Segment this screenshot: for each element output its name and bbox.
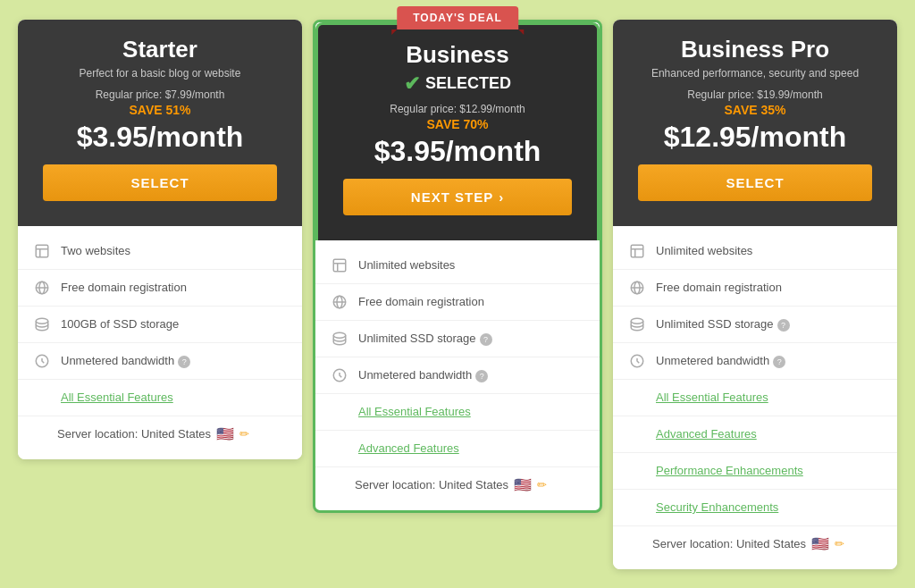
help-icon[interactable]: ? bbox=[480, 333, 492, 346]
help-icon[interactable]: ? bbox=[777, 319, 790, 332]
flag-icon: 🇺🇸 bbox=[514, 476, 532, 493]
server-icon bbox=[32, 424, 52, 444]
feature-link[interactable]: Advanced Features bbox=[358, 441, 459, 455]
link-bullet-icon bbox=[627, 461, 647, 481]
feature-text: 100GB of SSD storage bbox=[61, 317, 179, 331]
bandwidth-icon bbox=[330, 365, 349, 385]
plan-header: Starter Perfect for a basic blog or webs… bbox=[18, 20, 302, 226]
feature-text: Free domain registration bbox=[358, 295, 484, 308]
feature-text: Unlimited websites bbox=[656, 244, 752, 257]
svg-rect-16 bbox=[631, 245, 643, 257]
flag-icon: 🇺🇸 bbox=[811, 535, 829, 552]
plan-price: $12.95/month bbox=[664, 121, 847, 154]
plan-features: Unlimited websites Free domain registrat… bbox=[315, 240, 600, 510]
server-location-text: Server location: United States bbox=[57, 427, 211, 441]
svg-point-6 bbox=[36, 318, 48, 323]
feature-link-item: Performance Enhancements bbox=[613, 453, 897, 490]
feature-item: 100GB of SSD storage bbox=[18, 307, 302, 343]
feature-link[interactable]: All Essential Features bbox=[61, 391, 173, 404]
plan-subtitle: Enhanced performance, security and speed bbox=[651, 67, 859, 80]
feature-item: Unmetered bandwidth? bbox=[18, 343, 302, 380]
domain-icon bbox=[32, 278, 52, 298]
server-icon bbox=[330, 475, 349, 495]
feature-item: Free domain registration bbox=[613, 270, 897, 307]
storage-icon bbox=[627, 315, 647, 334]
server-location: Server location: United States 🇺🇸 ✏ bbox=[613, 526, 897, 562]
plan-select-button[interactable]: NEXT STEP› bbox=[343, 179, 572, 215]
plan-price: $3.95/month bbox=[77, 121, 244, 154]
pages-icon bbox=[330, 256, 349, 275]
plan-select-button[interactable]: SELECT bbox=[638, 164, 872, 201]
save-text: SAVE 35% bbox=[725, 103, 786, 117]
edit-icon[interactable]: ✏ bbox=[537, 478, 547, 491]
help-icon[interactable]: ? bbox=[178, 356, 190, 368]
feature-text: Unmetered bandwidth? bbox=[358, 368, 488, 382]
feature-link[interactable]: All Essential Features bbox=[656, 391, 768, 404]
domain-icon bbox=[330, 292, 349, 312]
save-text: SAVE 51% bbox=[130, 103, 191, 117]
plan-features: Unlimited websites Free domain registrat… bbox=[613, 226, 897, 569]
help-icon[interactable]: ? bbox=[475, 370, 488, 382]
link-bullet-icon bbox=[330, 402, 349, 422]
feature-item: Unlimited websites bbox=[315, 248, 600, 284]
feature-item: Unmetered bandwidth? bbox=[315, 357, 600, 394]
feature-text: Two websites bbox=[61, 244, 130, 257]
feature-item: Free domain registration bbox=[315, 284, 600, 321]
server-location: Server location: United States 🇺🇸 ✏ bbox=[315, 467, 600, 503]
bandwidth-icon bbox=[32, 351, 52, 371]
regular-price: Regular price: $7.99/month bbox=[96, 88, 225, 101]
feature-link[interactable]: All Essential Features bbox=[358, 405, 471, 418]
feature-text: Unlimited SSD storage? bbox=[358, 332, 492, 346]
feature-link[interactable]: Security Enhancements bbox=[656, 500, 778, 514]
svg-point-14 bbox=[333, 332, 346, 338]
feature-text: Unmetered bandwidth? bbox=[61, 354, 190, 368]
feature-item: Free domain registration bbox=[18, 270, 302, 307]
save-text: SAVE 70% bbox=[427, 117, 489, 131]
feature-link-item: Advanced Features bbox=[613, 416, 897, 453]
server-location-text: Server location: United States bbox=[355, 478, 508, 491]
feature-text: Free domain registration bbox=[61, 281, 187, 294]
plan-price: $3.95/month bbox=[374, 135, 541, 168]
link-bullet-icon bbox=[32, 388, 52, 407]
selected-badge: ✔ SELECTED bbox=[404, 72, 511, 96]
flag-icon: 🇺🇸 bbox=[216, 425, 234, 442]
feature-link-item: Advanced Features bbox=[315, 431, 600, 467]
link-bullet-icon bbox=[627, 388, 647, 407]
plan-select-button[interactable]: SELECT bbox=[43, 164, 277, 201]
plan-card-business: TODAY'S DEAL Business ✔ SELECTED Regular… bbox=[313, 20, 602, 513]
feature-item: Unlimited SSD storage? bbox=[315, 321, 600, 357]
plan-name: Starter bbox=[122, 36, 197, 63]
plan-features: Two websites Free domain registration 10… bbox=[18, 226, 302, 459]
feature-link[interactable]: Performance Enhancements bbox=[656, 464, 803, 477]
regular-price: Regular price: $12.99/month bbox=[390, 103, 525, 115]
feature-item: Unmetered bandwidth? bbox=[613, 343, 897, 380]
selected-label: SELECTED bbox=[425, 74, 511, 93]
help-icon[interactable]: ? bbox=[773, 356, 785, 368]
plan-card-starter: Starter Perfect for a basic blog or webs… bbox=[18, 20, 302, 459]
plan-header: Business Pro Enhanced performance, secur… bbox=[613, 20, 897, 226]
feature-item: Unlimited SSD storage? bbox=[613, 307, 897, 343]
feature-link[interactable]: Advanced Features bbox=[656, 427, 757, 441]
feature-text: Unmetered bandwidth? bbox=[656, 354, 785, 368]
link-bullet-icon bbox=[627, 424, 647, 444]
feature-text: Unlimited websites bbox=[358, 258, 455, 272]
plan-header: Business ✔ SELECTED Regular price: $12.9… bbox=[315, 22, 600, 240]
feature-link-item: All Essential Features bbox=[18, 380, 302, 416]
plan-name: Business bbox=[406, 41, 509, 69]
edit-icon[interactable]: ✏ bbox=[835, 537, 844, 550]
feature-text: Unlimited SSD storage? bbox=[656, 317, 790, 332]
bandwidth-icon bbox=[627, 351, 647, 371]
server-location-text: Server location: United States bbox=[652, 537, 806, 550]
storage-icon bbox=[330, 329, 349, 349]
server-icon bbox=[627, 534, 647, 554]
feature-link-item: All Essential Features bbox=[315, 394, 600, 431]
checkmark-icon: ✔ bbox=[404, 72, 420, 96]
feature-text: Free domain registration bbox=[656, 281, 782, 294]
regular-price: Regular price: $19.99/month bbox=[687, 88, 822, 101]
plan-subtitle: Perfect for a basic blog or website bbox=[80, 67, 241, 80]
edit-icon[interactable]: ✏ bbox=[239, 427, 249, 441]
feature-item: Two websites bbox=[18, 233, 302, 270]
feature-item: Unlimited websites bbox=[613, 233, 897, 270]
pages-icon bbox=[32, 241, 52, 261]
pricing-container: Starter Perfect for a basic blog or webs… bbox=[18, 20, 897, 569]
